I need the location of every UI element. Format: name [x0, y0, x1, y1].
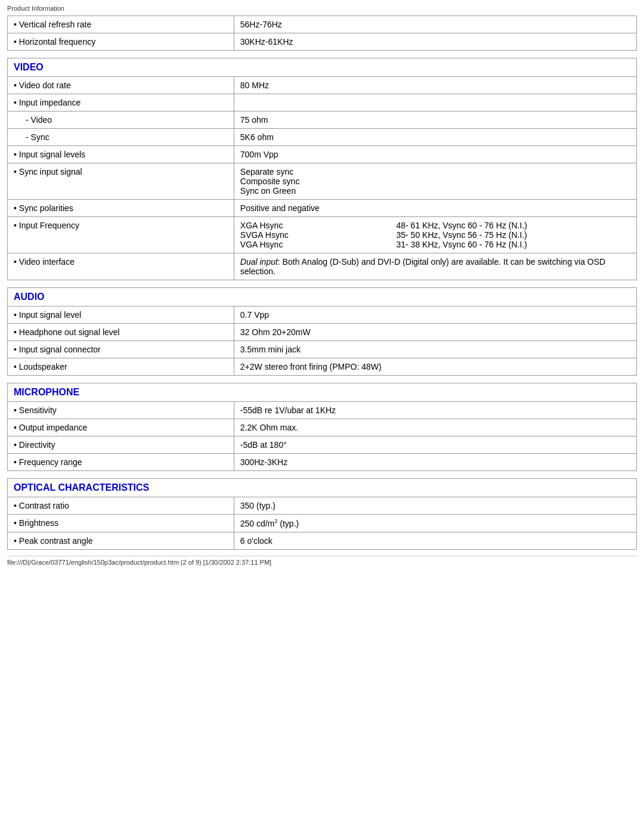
- table-row: • Sync input signal Separate syncComposi…: [8, 163, 637, 200]
- table-row: • Peak contrast angle 6 o'clock: [8, 532, 637, 549]
- input-signal-level-label: • Input signal level: [8, 306, 234, 324]
- input-impedance-value: [234, 94, 636, 112]
- vertical-refresh-value: 56Hz-76Hz: [234, 16, 636, 33]
- video-section-header: VIDEO: [8, 58, 637, 77]
- output-impedance-label: • Output impedance: [8, 419, 234, 436]
- audio-section-header: AUDIO: [8, 288, 637, 306]
- loudspeaker-value: 2+2W stereo front firing (PMPO: 48W): [234, 358, 636, 376]
- headphone-out-label: • Headphone out signal level: [8, 324, 234, 341]
- table-row: • Sync polarities Positive and negative: [8, 200, 637, 217]
- table-row: • Loudspeaker 2+2W stereo front firing (…: [8, 358, 637, 376]
- directivity-value: -5dB at 180°: [234, 436, 636, 454]
- table-row: • Video interface Dual input: Both Analo…: [8, 253, 637, 280]
- microphone-section-title: MICROPHONE: [14, 387, 79, 397]
- input-signal-level-value: 0.7 Vpp: [234, 306, 636, 324]
- dual-input-italic: Dual input: [240, 257, 278, 267]
- sync-impedance-label: - Sync: [8, 129, 234, 146]
- table-row: • Brightness 250 cd/m2 (typ.): [8, 515, 637, 532]
- table-row: • Contrast ratio 350 (typ.): [8, 497, 637, 515]
- sync-input-signal-label: • Sync input signal: [8, 163, 234, 200]
- input-signal-connector-label: • Input signal connector: [8, 341, 234, 358]
- horizontal-freq-label: • Horizontal frequency: [8, 33, 234, 51]
- microphone-section-header: MICROPHONE: [8, 383, 637, 402]
- directivity-label: • Directivity: [8, 436, 234, 454]
- table-row: • Headphone out signal level 32 Ohm 20+2…: [8, 324, 637, 341]
- sensitivity-value: -55dB re 1V/ubar at 1KHz: [234, 402, 636, 419]
- peak-contrast-angle-value: 6 o'clock: [234, 532, 636, 549]
- input-signal-levels-value: 700m Vpp: [234, 146, 636, 163]
- table-row: • Input signal level 0.7 Vpp: [8, 306, 637, 324]
- optical-section-title: OPTICAL CHARACTERISTICS: [14, 482, 149, 493]
- video-impedance-value: 75 ohm: [234, 112, 636, 129]
- spacer-row: [8, 51, 637, 58]
- spacer-row: [8, 280, 637, 288]
- table-row: • Vertical refresh rate 56Hz-76Hz: [8, 16, 637, 33]
- brightness-value: 250 cd/m2 (typ.): [234, 515, 636, 532]
- input-frequency-label: • Input Frequency: [8, 217, 234, 253]
- contrast-ratio-label: • Contrast ratio: [8, 497, 234, 515]
- video-dot-rate-value: 80 MHz: [234, 77, 636, 94]
- output-impedance-value: 2.2K Ohm max.: [234, 419, 636, 436]
- table-row: - Video 75 ohm: [8, 112, 637, 129]
- product-info-label: Product Information: [7, 5, 637, 12]
- spec-table: • Vertical refresh rate 56Hz-76Hz • Hori…: [7, 16, 637, 550]
- table-row: • Directivity -5dB at 180°: [8, 436, 637, 454]
- table-row: - Sync 5K6 ohm: [8, 129, 637, 146]
- table-row: • Input impedance: [8, 94, 637, 112]
- frequency-range-label: • Frequency range: [8, 454, 234, 471]
- video-impedance-label: - Video: [8, 112, 234, 129]
- peak-contrast-angle-label: • Peak contrast angle: [8, 532, 234, 549]
- table-row: • Horizontal frequency 30KHz-61KHz: [8, 33, 637, 51]
- status-bar: file:///D|/Grace/03771/english/150p3ac/p…: [7, 556, 637, 566]
- sync-input-signal-value: Separate syncComposite syncSync on Green: [234, 163, 636, 200]
- input-impedance-label: • Input impedance: [8, 94, 234, 112]
- input-frequency-value: XGA Hsync 48- 61 KHz, Vsync 60 - 76 Hz (…: [234, 217, 636, 253]
- table-row: • Sensitivity -55dB re 1V/ubar at 1KHz: [8, 402, 637, 419]
- headphone-out-value: 32 Ohm 20+20mW: [234, 324, 636, 341]
- horizontal-freq-value: 30KHz-61KHz: [234, 33, 636, 51]
- table-row: • Input signal connector 3.5mm mini jack: [8, 341, 637, 358]
- table-row: • Frequency range 300Hz-3KHz: [8, 454, 637, 471]
- sync-impedance-value: 5K6 ohm: [234, 129, 636, 146]
- video-section-title: VIDEO: [14, 62, 44, 72]
- input-signal-levels-label: • Input signal levels: [8, 146, 234, 163]
- frequency-range-value: 300Hz-3KHz: [234, 454, 636, 471]
- spacer-row: [8, 376, 637, 383]
- spacer-row: [8, 471, 637, 479]
- contrast-ratio-value: 350 (typ.): [234, 497, 636, 515]
- table-row: • Input signal levels 700m Vpp: [8, 146, 637, 163]
- audio-section-title: AUDIO: [14, 292, 45, 302]
- video-dot-rate-label: • Video dot rate: [8, 77, 234, 94]
- sync-polarities-value: Positive and negative: [234, 200, 636, 217]
- brightness-label: • Brightness: [8, 515, 234, 532]
- input-signal-connector-value: 3.5mm mini jack: [234, 341, 636, 358]
- vertical-refresh-label: • Vertical refresh rate: [8, 16, 234, 33]
- table-row: • Output impedance 2.2K Ohm max.: [8, 419, 637, 436]
- loudspeaker-label: • Loudspeaker: [8, 358, 234, 376]
- video-interface-value: Dual input: Both Analog (D-Sub) and DVI-…: [234, 253, 636, 280]
- table-row: • Video dot rate 80 MHz: [8, 77, 637, 94]
- sync-polarities-label: • Sync polarities: [8, 200, 234, 217]
- sensitivity-label: • Sensitivity: [8, 402, 234, 419]
- table-row: • Input Frequency XGA Hsync 48- 61 KHz, …: [8, 217, 637, 253]
- video-interface-label: • Video interface: [8, 253, 234, 280]
- optical-section-header: OPTICAL CHARACTERISTICS: [8, 479, 637, 497]
